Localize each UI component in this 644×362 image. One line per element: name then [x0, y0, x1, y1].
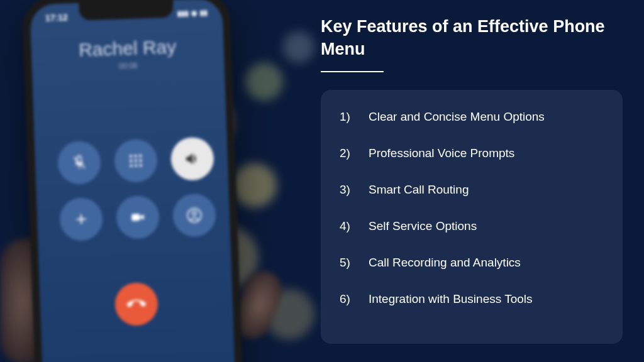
item-number: 1): [340, 110, 369, 124]
item-number: 3): [340, 183, 369, 197]
wifi-icon: ◉: [191, 9, 197, 17]
bokeh-light: [245, 63, 283, 101]
svg-point-3: [130, 160, 132, 162]
status-time: 17:12: [45, 12, 68, 23]
speaker-icon: [184, 150, 201, 167]
end-call-button[interactable]: [114, 282, 158, 326]
caller-name: Rachel Ray: [31, 35, 224, 63]
mute-button[interactable]: [57, 141, 101, 185]
list-item: 1) Clear and Concise Menu Options: [340, 110, 604, 124]
item-text: Self Service Options: [369, 219, 477, 233]
keypad-icon: [127, 152, 144, 169]
plus-icon: [73, 211, 90, 228]
list-item: 5) Call Recording and Analytics: [340, 256, 604, 270]
call-buttons-grid: [35, 136, 230, 243]
title-underline: [321, 71, 384, 72]
item-number: 2): [340, 146, 369, 160]
item-number: 6): [340, 292, 369, 306]
svg-point-2: [139, 155, 142, 157]
svg-point-10: [192, 211, 197, 216]
video-icon: [130, 209, 147, 226]
signal-icon: ▮▮▮: [177, 9, 189, 18]
phone-mockup: 17:12 ▮▮▮ ◉ ▮▮ Rachel Ray 00:06: [22, 0, 243, 362]
end-call-icon: [123, 291, 150, 317]
keypad-button[interactable]: [114, 139, 158, 183]
svg-point-6: [130, 164, 132, 167]
item-text: Professional Voice Prompts: [369, 146, 514, 160]
svg-point-4: [135, 160, 137, 162]
list-item: 4) Self Service Options: [340, 219, 604, 233]
battery-icon: ▮▮: [200, 8, 208, 16]
bokeh-light: [283, 31, 314, 63]
features-list: 1) Clear and Concise Menu Options 2) Pro…: [340, 110, 604, 306]
contacts-button[interactable]: [172, 193, 216, 237]
svg-point-0: [130, 155, 132, 157]
add-call-button[interactable]: [59, 197, 103, 241]
mute-icon: [71, 154, 88, 171]
list-item: 2) Professional Voice Prompts: [340, 146, 604, 160]
status-icons: ▮▮▮ ◉ ▮▮: [177, 8, 208, 19]
svg-point-8: [140, 164, 142, 167]
item-number: 4): [340, 219, 369, 233]
bokeh-light: [233, 163, 277, 207]
svg-point-5: [139, 159, 142, 162]
svg-rect-9: [131, 214, 140, 221]
phone-notch: [79, 0, 174, 21]
item-text: Integration with Business Tools: [369, 292, 533, 306]
item-text: Call Recording and Analytics: [369, 256, 521, 270]
phone-screen: 17:12 ▮▮▮ ◉ ▮▮ Rachel Ray 00:06: [30, 0, 236, 362]
contact-icon: [186, 207, 203, 224]
features-card: 1) Clear and Concise Menu Options 2) Pro…: [321, 90, 623, 344]
page-title: Key Features of an Effective Phone Menu: [321, 15, 623, 61]
item-text: Smart Call Routing: [369, 183, 469, 197]
svg-point-1: [134, 155, 136, 157]
item-number: 5): [340, 256, 369, 270]
list-item: 6) Integration with Business Tools: [340, 292, 604, 306]
list-item: 3) Smart Call Routing: [340, 183, 604, 197]
content-panel: Key Features of an Effective Phone Menu …: [321, 15, 623, 344]
svg-point-7: [135, 164, 137, 167]
item-text: Clear and Concise Menu Options: [369, 110, 545, 124]
video-button[interactable]: [116, 195, 160, 239]
speaker-button[interactable]: [170, 136, 214, 180]
